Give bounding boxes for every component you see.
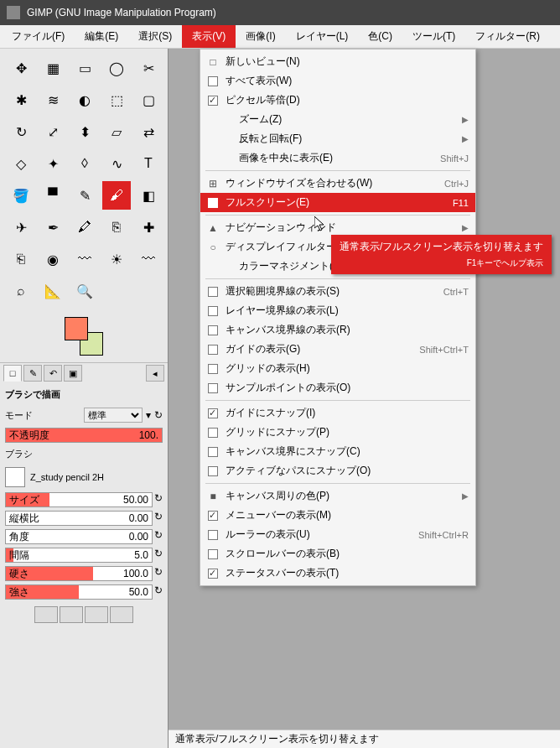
perspective-icon[interactable]: ▱ (102, 117, 131, 146)
menu-0[interactable]: ファイル(F) (2, 25, 75, 48)
pencil-icon[interactable]: ✎ (70, 181, 99, 210)
aspect-reset-icon[interactable]: ↻ (154, 511, 163, 526)
angle-slider[interactable]: 角度0.00 (5, 529, 153, 544)
free-select-icon[interactable]: ✂ (134, 54, 163, 82)
measure-icon[interactable]: 📐 (39, 277, 67, 305)
menu-3[interactable]: 表示(V) (182, 25, 236, 48)
menu-8[interactable]: フィルター(R) (465, 25, 550, 48)
scissors-icon[interactable]: ≋ (39, 86, 67, 114)
tab-menu-icon[interactable]: ◂ (146, 365, 164, 382)
aspect-slider[interactable]: 縦横比0.00 (5, 511, 153, 526)
rotate-icon[interactable]: ↻ (7, 117, 35, 146)
menu-item-30[interactable]: ステータスバーの表示(T) (200, 564, 475, 583)
rect-select-icon[interactable]: ▭ (70, 54, 99, 82)
menu-item-28[interactable]: ルーラーの表示(U)Shift+Ctrl+R (200, 525, 475, 544)
text-icon[interactable]: T (134, 149, 163, 178)
delete-preset-icon[interactable] (85, 606, 108, 623)
menu-item-22[interactable]: グリッドにスナップ(P) (200, 423, 475, 442)
menu-item-19[interactable]: サンプルポイントの表示(O) (200, 378, 475, 397)
menu-item-0[interactable]: □新しいビュー(N) (200, 52, 475, 71)
menu-2[interactable]: 選択(S) (128, 25, 182, 48)
mode-chevron-icon[interactable]: ▾ (146, 409, 151, 421)
clone-icon[interactable]: ⎘ (102, 213, 131, 242)
move-icon[interactable]: ✥ (7, 54, 35, 82)
smudge-icon[interactable]: 〰 (70, 245, 99, 273)
brush-preview[interactable] (5, 467, 25, 487)
menu-item-23[interactable]: キャンバス境界にスナップ(C) (200, 442, 475, 461)
hardness-reset-icon[interactable]: ↻ (154, 566, 163, 581)
heal-icon[interactable]: ✚ (134, 213, 163, 242)
menu-item-label: メニューバーの表示(M) (220, 508, 469, 522)
menu-item-15[interactable]: レイヤー境界線の表示(L) (200, 301, 475, 320)
menu-6[interactable]: 色(C) (358, 25, 402, 48)
statusbar: 通常表示/フルスクリーン表示を切り替えます (169, 730, 560, 748)
force-slider[interactable]: 強さ50.0 (5, 584, 153, 600)
restore-preset-icon[interactable] (60, 606, 83, 623)
menu-item-21[interactable]: ガイドにスナップ(I) (200, 403, 475, 423)
menu-item-7[interactable]: ⊞ウィンドウサイズを合わせる(W)Ctrl+J (200, 174, 475, 193)
airbrush-icon[interactable]: ✈ (7, 213, 35, 242)
tab-undo[interactable]: ↶ (44, 365, 62, 382)
menu-7[interactable]: ツール(T) (402, 25, 465, 48)
menu-item-4[interactable]: 反転と回転(F)▶ (200, 129, 475, 148)
ellipse-select-icon[interactable]: ◯ (102, 54, 131, 82)
crop-icon[interactable]: ▢ (134, 86, 163, 114)
fuzzy-select-icon[interactable]: ✱ (7, 86, 35, 114)
save-preset-icon[interactable] (34, 606, 58, 623)
size-reset-icon[interactable]: ↻ (154, 492, 163, 507)
warp-icon[interactable]: ∿ (102, 149, 131, 178)
zoom-icon[interactable]: 🔍 (70, 277, 99, 305)
fg-color-swatch[interactable] (65, 317, 88, 340)
menu-1[interactable]: 編集(E) (75, 25, 128, 48)
mypaint-icon[interactable]: 🖍 (70, 213, 99, 242)
gradient-icon[interactable]: ▀ (39, 181, 67, 210)
cage-icon[interactable]: ◊ (70, 149, 99, 178)
align-icon[interactable]: ▦ (39, 54, 67, 82)
paintbrush-icon[interactable]: 🖌 (102, 181, 131, 210)
menu-4[interactable]: 画像(I) (236, 25, 285, 48)
spacing-reset-icon[interactable]: ↻ (154, 548, 163, 563)
menu-item-24[interactable]: アクティブなパスにスナップ(O) (200, 461, 475, 480)
menu-item-14[interactable]: 選択範囲境界線の表示(S)Ctrl+T (200, 282, 475, 301)
menu-item-1[interactable]: すべて表示(W) (200, 71, 475, 91)
menu-item-5[interactable]: 画像を中央に表示(E)Shift+J (200, 148, 475, 168)
dodge-icon[interactable]: ☀ (102, 245, 131, 273)
hardness-slider[interactable]: 硬さ100.0 (5, 566, 153, 581)
menu-item-26[interactable]: ■キャンバス周りの色(P)▶ (200, 486, 475, 506)
menu-item-17[interactable]: ガイドの表示(G)Shift+Ctrl+T (200, 340, 475, 359)
color-picker-icon[interactable]: ⌕ (7, 277, 35, 305)
path-icon[interactable]: 〰 (134, 245, 163, 273)
menu-item-18[interactable]: グリッドの表示(H) (200, 359, 475, 378)
scale-icon[interactable]: ⤢ (39, 117, 67, 146)
handle-transform-icon[interactable]: ✦ (39, 149, 67, 178)
tab-tool-options[interactable]: □ (3, 365, 22, 382)
menu-item-27[interactable]: メニューバーの表示(M) (200, 506, 475, 525)
mode-reset-icon[interactable]: ↻ (154, 409, 163, 421)
blur-icon[interactable]: ◉ (39, 245, 67, 273)
ink-icon[interactable]: ✒ (39, 213, 67, 242)
menu-item-16[interactable]: キャンバス境界線の表示(R) (200, 320, 475, 340)
reset-all-icon[interactable] (110, 606, 133, 623)
force-reset-icon[interactable]: ↻ (154, 584, 163, 600)
angle-reset-icon[interactable]: ↻ (154, 529, 163, 544)
shear-icon[interactable]: ⬍ (70, 117, 99, 146)
menu-item-29[interactable]: スクロールバーの表示(B) (200, 544, 475, 564)
unified-transform-icon[interactable]: ◇ (7, 149, 35, 178)
size-slider[interactable]: サイズ50.00 (5, 492, 153, 507)
color-select-icon[interactable]: ⬚ (102, 86, 131, 114)
spacing-slider[interactable]: 間隔5.0 (5, 548, 153, 563)
menu-item-3[interactable]: ズーム(Z)▶ (200, 110, 475, 129)
foreground-select-icon[interactable]: ◐ (70, 86, 99, 114)
menu-item-8[interactable]: フルスクリーン(E)F11 (200, 193, 475, 212)
bucket-icon[interactable]: 🪣 (7, 181, 35, 210)
menu-5[interactable]: レイヤー(L) (286, 25, 359, 48)
menu-item-2[interactable]: ピクセル等倍(D) (200, 91, 475, 110)
perspective-clone-icon[interactable]: ⎗ (7, 245, 35, 273)
tab-device[interactable]: ✎ (23, 365, 42, 382)
mode-select[interactable]: 標準 (84, 408, 143, 423)
flip-icon[interactable]: ⇄ (134, 117, 163, 146)
eraser-icon[interactable]: ◧ (134, 181, 163, 210)
tab-images[interactable]: ▣ (64, 365, 82, 382)
opacity-slider[interactable]: 不透明度 100. (5, 428, 163, 443)
color-well[interactable] (0, 310, 168, 362)
